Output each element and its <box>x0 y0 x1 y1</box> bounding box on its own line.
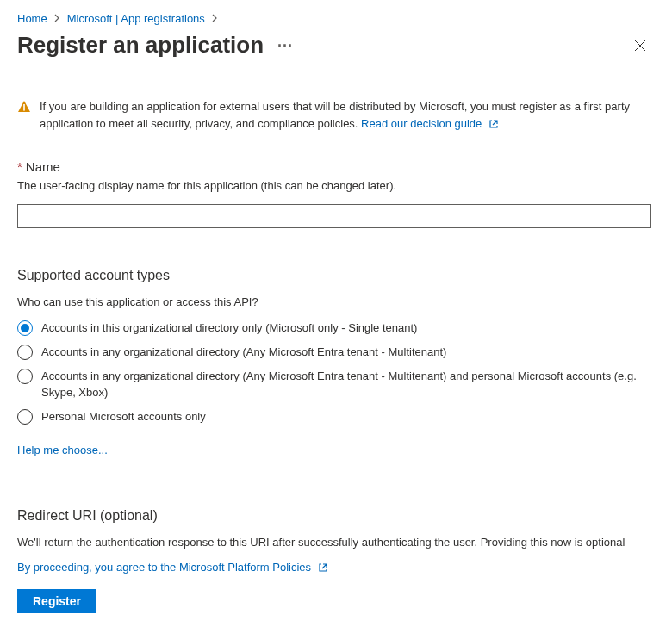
info-banner: If you are building an application for e… <box>17 98 651 133</box>
svg-rect-0 <box>23 104 25 109</box>
account-type-option-1[interactable]: Accounts in any organizational directory… <box>17 345 651 360</box>
external-link-icon <box>488 117 499 134</box>
radio-icon <box>17 409 33 425</box>
chevron-right-icon <box>212 12 218 25</box>
name-input[interactable] <box>17 204 651 228</box>
radio-label: Accounts in any organizational directory… <box>41 369 651 400</box>
breadcrumb: Home Microsoft | App registrations <box>17 12 672 25</box>
name-description: The user-facing display name for this ap… <box>17 179 651 192</box>
platform-policies-link[interactable]: By proceeding, you agree to the Microsof… <box>17 561 328 574</box>
svg-rect-1 <box>23 109 25 111</box>
close-icon[interactable] <box>634 40 646 52</box>
radio-label: Accounts in this organizational director… <box>41 320 417 336</box>
radio-label: Accounts in any organizational directory… <box>41 345 446 360</box>
warning-icon <box>17 100 31 133</box>
breadcrumb-home[interactable]: Home <box>17 12 47 25</box>
account-types-heading: Supported account types <box>17 268 651 283</box>
footer: By proceeding, you agree to the Microsof… <box>17 549 672 627</box>
account-type-option-3[interactable]: Personal Microsoft accounts only <box>17 409 651 425</box>
account-types-radio-group: Accounts in this organizational director… <box>17 320 651 425</box>
radio-icon <box>17 369 33 384</box>
breadcrumb-parent[interactable]: Microsoft | App registrations <box>67 12 205 25</box>
redirect-uri-description: We'll return the authentication response… <box>17 536 651 549</box>
more-icon[interactable]: ··· <box>277 38 293 53</box>
radio-label: Personal Microsoft accounts only <box>41 409 206 425</box>
redirect-uri-heading: Redirect URI (optional) <box>17 508 651 524</box>
account-type-option-0[interactable]: Accounts in this organizational director… <box>17 320 651 336</box>
radio-icon <box>17 345 33 360</box>
name-label: Name <box>26 159 60 174</box>
account-type-option-2[interactable]: Accounts in any organizational directory… <box>17 369 651 400</box>
chevron-right-icon <box>54 12 60 25</box>
external-link-icon <box>318 562 328 575</box>
register-button[interactable]: Register <box>17 589 96 613</box>
help-me-choose-link[interactable]: Help me choose... <box>17 444 108 456</box>
radio-icon <box>17 320 33 336</box>
decision-guide-link[interactable]: Read our decision guide <box>361 117 499 130</box>
account-types-description: Who can use this application or access t… <box>17 295 651 308</box>
banner-text: If you are building an application for e… <box>40 98 651 133</box>
page-title: Register an application <box>17 32 264 59</box>
required-mark: * <box>17 159 22 174</box>
